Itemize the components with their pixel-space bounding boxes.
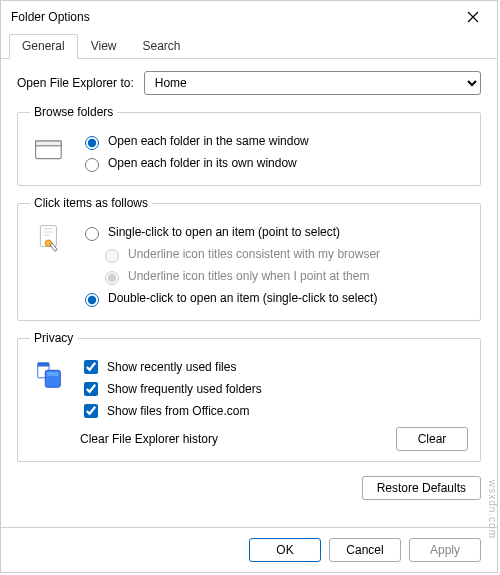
radio-underline-point: Underline icon titles only when I point … bbox=[100, 266, 468, 286]
browse-folders-legend: Browse folders bbox=[30, 105, 117, 119]
tab-general[interactable]: General bbox=[9, 34, 78, 59]
tab-search[interactable]: Search bbox=[130, 34, 194, 58]
restore-defaults-button[interactable]: Restore Defaults bbox=[362, 476, 481, 500]
radio-underline-browser: Underline icon titles consistent with my… bbox=[100, 244, 468, 264]
privacy-icon bbox=[30, 355, 70, 391]
tab-view[interactable]: View bbox=[78, 34, 130, 58]
open-explorer-label: Open File Explorer to: bbox=[17, 76, 134, 90]
tab-bar: General View Search bbox=[1, 33, 497, 59]
close-button[interactable] bbox=[453, 3, 493, 31]
window-title: Folder Options bbox=[11, 10, 453, 24]
radio-own-window[interactable]: Open each folder in its own window bbox=[80, 153, 468, 173]
clear-history-row: Clear File Explorer history Clear bbox=[80, 427, 468, 451]
radio-single-click[interactable]: Single-click to open an item (point to s… bbox=[80, 222, 468, 242]
ok-button[interactable]: OK bbox=[249, 538, 321, 562]
dialog-buttons: OK Cancel Apply bbox=[1, 527, 497, 572]
click-items-group: Click items as follows Single-click to o… bbox=[17, 196, 481, 321]
clear-history-label: Clear File Explorer history bbox=[80, 432, 396, 446]
checkbox-recent-files[interactable]: Show recently used files bbox=[80, 357, 468, 377]
svg-rect-5 bbox=[38, 363, 49, 367]
apply-button: Apply bbox=[409, 538, 481, 562]
privacy-legend: Privacy bbox=[30, 331, 77, 345]
restore-row: Restore Defaults bbox=[17, 472, 481, 506]
browse-folders-icon bbox=[30, 129, 70, 165]
radio-same-window[interactable]: Open each folder in the same window bbox=[80, 131, 468, 151]
watermark: wsxdn.com bbox=[487, 480, 498, 539]
clear-button[interactable]: Clear bbox=[396, 427, 468, 451]
browse-folders-group: Browse folders Open each folder in the s… bbox=[17, 105, 481, 186]
click-items-icon bbox=[30, 220, 70, 256]
privacy-group: Privacy Show recently used files Show fr… bbox=[17, 331, 481, 462]
general-panel: Open File Explorer to: Home Browse folde… bbox=[1, 59, 497, 527]
open-explorer-row: Open File Explorer to: Home bbox=[17, 71, 481, 95]
open-explorer-combo[interactable]: Home bbox=[144, 71, 481, 95]
folder-options-dialog: Folder Options General View Search Open … bbox=[0, 0, 498, 573]
svg-rect-1 bbox=[36, 141, 62, 146]
cancel-button[interactable]: Cancel bbox=[329, 538, 401, 562]
checkbox-office-files[interactable]: Show files from Office.com bbox=[80, 401, 468, 421]
radio-double-click[interactable]: Double-click to open an item (single-cli… bbox=[80, 288, 468, 308]
click-items-legend: Click items as follows bbox=[30, 196, 152, 210]
checkbox-frequent-folders[interactable]: Show frequently used folders bbox=[80, 379, 468, 399]
close-icon bbox=[467, 11, 479, 23]
titlebar: Folder Options bbox=[1, 1, 497, 33]
